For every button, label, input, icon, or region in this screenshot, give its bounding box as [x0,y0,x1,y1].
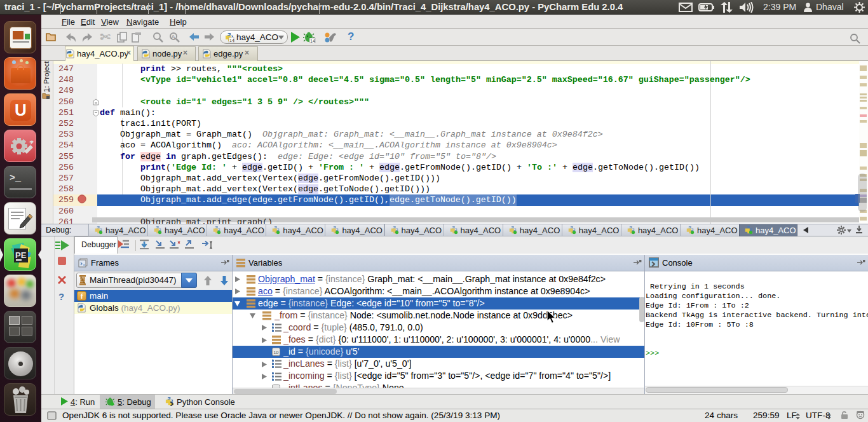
svg-text:14: 14 [229,38,234,43]
svg-text:10: 10 [273,350,278,355]
svg-text:14: 14 [310,39,315,43]
svg-text:PE: PE [15,250,27,260]
svg-text:A: A [172,34,175,40]
